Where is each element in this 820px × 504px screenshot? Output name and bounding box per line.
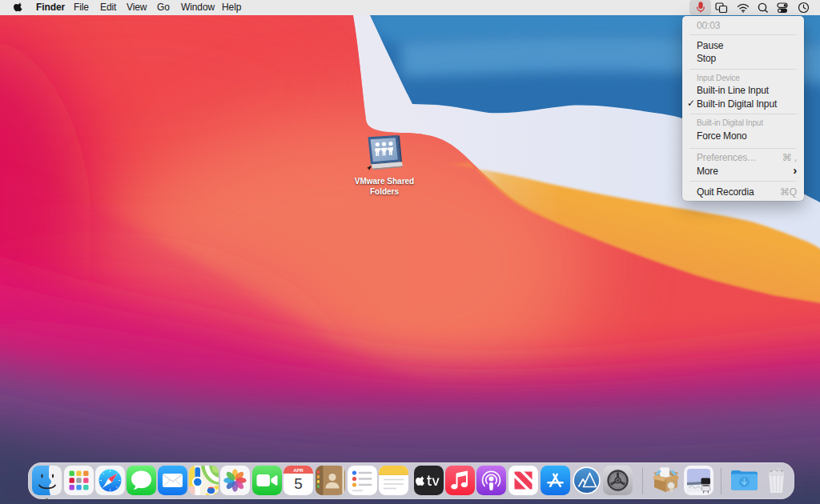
- svg-text:APR: APR: [293, 468, 303, 473]
- svg-text:5: 5: [294, 475, 303, 492]
